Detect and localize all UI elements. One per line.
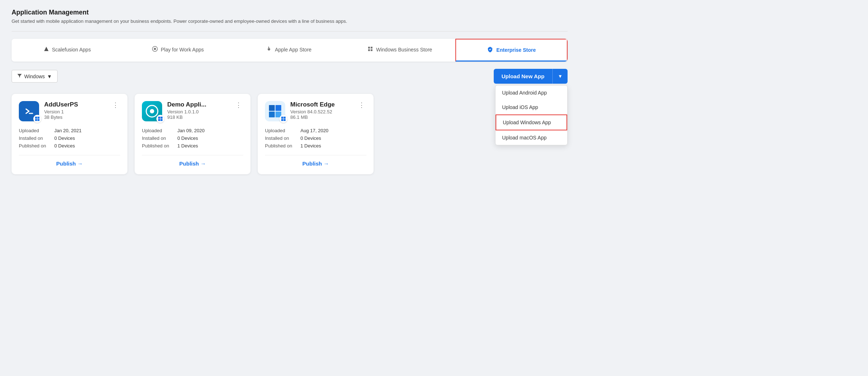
upload-android-item[interactable]: Upload Android App <box>496 85 567 100</box>
tab-apple[interactable]: Apple App Store <box>233 39 344 62</box>
app-icon-wrap <box>142 101 162 121</box>
svg-point-2 <box>154 48 156 50</box>
app-icon-wrap <box>265 101 285 121</box>
enterprise-icon <box>487 46 493 54</box>
app-info: Microsoft Edge Version 84.0.522.52 86.1 … <box>290 101 335 120</box>
card-details: Uploaded Jan 09, 2020 Installed on 0 Dev… <box>142 128 243 149</box>
apps-grid: AddUserPS Version 1 38 Bytes ⋮ Uploaded … <box>12 94 568 174</box>
card-more-menu[interactable]: ⋮ <box>234 101 243 109</box>
svg-rect-24 <box>281 119 283 121</box>
upload-macos-item[interactable]: Upload macOS App <box>496 130 567 145</box>
tabs-bar: Scalefusion Apps Play for Work Apps Appl… <box>12 39 568 62</box>
toolbar: Windows ▼ Upload New App ▼ Upload Androi… <box>12 69 568 84</box>
svg-marker-0 <box>44 47 49 51</box>
card-more-menu[interactable]: ⋮ <box>111 101 120 109</box>
svg-rect-15 <box>161 117 163 119</box>
upload-windows-item[interactable]: Upload Windows App <box>496 114 567 130</box>
svg-rect-11 <box>38 119 40 121</box>
upload-btn-group: Upload New App ▼ Upload Android App Uplo… <box>494 69 568 84</box>
card-details: Uploaded Aug 17, 2020 Installed on 0 Dev… <box>265 128 366 149</box>
detail-installed: Installed on 0 Devices <box>19 135 120 141</box>
svg-rect-8 <box>35 117 37 119</box>
page-subtitle: Get started with mobile application mana… <box>12 18 568 24</box>
tab-enterprise[interactable]: Enterprise Store <box>455 39 568 62</box>
dropdown-chevron-icon: ▼ <box>558 74 562 79</box>
app-size: 918 KB <box>167 114 206 120</box>
detail-published: Published on 1 Devices <box>265 143 366 149</box>
publish-button-adduser[interactable]: Publish → <box>56 160 83 167</box>
svg-rect-16 <box>158 119 160 121</box>
tab-play-work[interactable]: Play for Work Apps <box>122 39 233 62</box>
svg-rect-6 <box>371 49 372 51</box>
tab-windows-biz[interactable]: Windows Business Store <box>344 39 455 62</box>
section-divider <box>12 31 568 32</box>
detail-uploaded: Uploaded Jan 20, 2021 <box>19 128 120 133</box>
app-name: AddUserPS <box>44 101 78 108</box>
svg-rect-10 <box>35 119 37 121</box>
svg-rect-18 <box>269 105 275 111</box>
app-version: Version 1.0.1.0 <box>167 109 206 114</box>
scalefusion-icon <box>43 46 49 53</box>
upload-dropdown-menu: Upload Android App Upload iOS App Upload… <box>495 85 568 145</box>
filter-icon <box>17 73 22 79</box>
svg-rect-25 <box>284 119 286 121</box>
svg-rect-20 <box>269 112 275 117</box>
card-header: AddUserPS Version 1 38 Bytes ⋮ <box>19 101 120 121</box>
detail-published: Published on 1 Devices <box>142 143 243 149</box>
publish-button-demo[interactable]: Publish → <box>179 160 206 167</box>
detail-installed: Installed on 0 Devices <box>265 135 366 141</box>
svg-rect-3 <box>368 47 370 49</box>
app-card-edge: Microsoft Edge Version 84.0.522.52 86.1 … <box>258 94 374 174</box>
windows-badge <box>156 115 164 123</box>
app-info: AddUserPS Version 1 38 Bytes <box>44 101 78 120</box>
svg-rect-5 <box>368 49 370 51</box>
page-title: Application Management <box>12 9 568 16</box>
app-icon-wrap <box>19 101 39 121</box>
play-work-icon <box>152 46 158 53</box>
windows-badge <box>33 115 41 123</box>
detail-uploaded: Uploaded Aug 17, 2020 <box>265 128 366 133</box>
filter-button[interactable]: Windows ▼ <box>12 70 58 83</box>
svg-point-13 <box>150 109 154 113</box>
svg-rect-4 <box>371 47 372 49</box>
app-size: 86.1 MB <box>290 114 335 120</box>
detail-installed: Installed on 0 Devices <box>142 135 243 141</box>
svg-rect-9 <box>38 117 40 119</box>
windows-badge <box>279 115 287 123</box>
app-version: Version 1 <box>44 109 78 114</box>
windows-store-icon <box>367 46 373 53</box>
svg-rect-22 <box>281 117 283 119</box>
detail-published: Published on 0 Devices <box>19 143 120 149</box>
app-card-demo: Demo Appli... Version 1.0.1.0 918 KB ⋮ U… <box>135 94 250 174</box>
card-footer: Publish → <box>19 155 120 167</box>
upload-dropdown-arrow-button[interactable]: ▼ <box>552 69 568 84</box>
card-header: Microsoft Edge Version 84.0.522.52 86.1 … <box>265 101 366 121</box>
publish-button-edge[interactable]: Publish → <box>302 160 329 167</box>
detail-uploaded: Uploaded Jan 09, 2020 <box>142 128 243 133</box>
card-details: Uploaded Jan 20, 2021 Installed on 0 Dev… <box>19 128 120 149</box>
filter-chevron-icon: ▼ <box>47 74 52 79</box>
upload-new-app-button[interactable]: Upload New App <box>494 69 553 84</box>
app-name: Demo Appli... <box>167 101 206 108</box>
svg-rect-19 <box>275 105 281 111</box>
card-more-menu[interactable]: ⋮ <box>357 101 366 109</box>
upload-ios-item[interactable]: Upload iOS App <box>496 100 567 114</box>
tab-scalefusion[interactable]: Scalefusion Apps <box>12 39 122 62</box>
card-footer: Publish → <box>142 155 243 167</box>
svg-rect-17 <box>161 119 163 121</box>
svg-rect-23 <box>284 117 286 119</box>
card-footer: Publish → <box>265 155 366 167</box>
app-info: Demo Appli... Version 1.0.1.0 918 KB <box>167 101 206 120</box>
app-card-adduser: AddUserPS Version 1 38 Bytes ⋮ Uploaded … <box>12 94 127 174</box>
svg-rect-14 <box>158 117 160 119</box>
apple-icon <box>266 46 272 53</box>
app-name: Microsoft Edge <box>290 101 335 108</box>
app-version: Version 84.0.522.52 <box>290 109 335 114</box>
app-size: 38 Bytes <box>44 114 78 120</box>
card-header: Demo Appli... Version 1.0.1.0 918 KB ⋮ <box>142 101 243 121</box>
